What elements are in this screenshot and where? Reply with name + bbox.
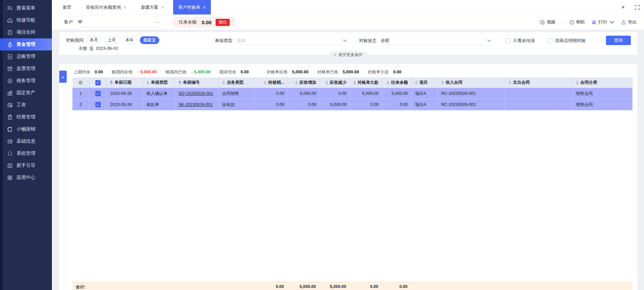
export-button[interactable]: 导出 — [621, 19, 637, 25]
sidebar-item-tax-management[interactable]: 税务管理 — [0, 75, 52, 87]
doc-no-link[interactable]: SK-20230526-001 — [179, 102, 213, 107]
query-button[interactable]: 查询 — [606, 36, 631, 45]
status-select[interactable]: 全部 — [381, 36, 492, 45]
period-chip-this-month[interactable]: 本月 — [86, 36, 101, 44]
header-pending-writeoff[interactable]: 待核销... — [264, 80, 284, 85]
sidebar-item-fixed-assets[interactable]: 固定资产 — [0, 87, 52, 99]
header-ar-decrease[interactable]: 应收减少 — [325, 80, 347, 85]
column-settings-gear-icon[interactable]: ⚙ — [78, 80, 83, 86]
sidebar-item-label: 税务管理 — [17, 78, 35, 84]
tab-close-icon[interactable]: × — [161, 5, 164, 10]
tab-new-scheme[interactable]: 新建方案 × — [136, 0, 169, 14]
header-expense-contract[interactable]: 支出合同 — [509, 80, 530, 85]
sidebar-item-business-management[interactable]: 经营管理 — [0, 111, 52, 123]
header-doc-date[interactable]: 单据日期 — [110, 80, 131, 85]
cell-project: 项目A — [412, 88, 438, 99]
contract-icon — [7, 30, 13, 35]
header-doc-no[interactable]: 单据编号 — [179, 80, 200, 85]
header-contract-category[interactable]: 合同分类 — [576, 80, 597, 85]
sidebar-item-search-menu[interactable]: 搜索菜单 — [0, 2, 52, 14]
checkbox-icon[interactable] — [506, 38, 511, 43]
sidebar-item-general-ledger[interactable]: ¥ 总账管理 — [0, 50, 52, 63]
table-header-row: ⚙ 单据日期 单据类型 单据编号 业务类型 待核销... 应收增加 应收减少 对… — [72, 77, 633, 88]
by-item-detail-checkbox[interactable]: 按商品明细对账 — [548, 38, 586, 44]
period-chip-this-year[interactable]: 本年 — [122, 36, 137, 44]
expense-icon — [7, 126, 13, 132]
sidebar-item-label: 发票管理 — [17, 66, 35, 72]
checkbox-icon[interactable] — [548, 38, 553, 43]
tab-home[interactable]: 首页 — [58, 0, 76, 14]
sidebar-item-label: 应用中心 — [17, 175, 35, 181]
sidebar-item-beginner-guide[interactable]: 新 新手引导 — [0, 159, 52, 172]
sort-icon — [387, 81, 389, 85]
cell-stmt-owed: 0.00 — [350, 99, 382, 110]
tab-close-icon[interactable]: × — [203, 5, 205, 10]
chevron-down-icon — [343, 39, 347, 42]
header-ar-increase[interactable]: 应收增加 — [295, 80, 316, 85]
row-checkbox[interactable] — [95, 102, 101, 107]
help-button[interactable]: ? 帮助 — [569, 19, 585, 25]
period-chip-last-month[interactable]: 上月 — [104, 36, 119, 44]
customer-value: 甲 — [78, 19, 153, 25]
header-income-contract[interactable]: 收入合同 — [441, 80, 462, 85]
sidebar-item-invoice-management[interactable]: 发票管理 — [0, 63, 52, 75]
header-balance[interactable]: 往来余额 — [387, 80, 408, 85]
tab-close-icon[interactable]: × — [124, 5, 126, 10]
fullscreen-icon[interactable] — [633, 3, 642, 12]
export-icon — [621, 20, 626, 25]
header-project[interactable]: 项目 — [415, 80, 428, 85]
customer-more-button[interactable]: ··· — [153, 20, 162, 25]
header-doc-type[interactable]: 单据类型 — [147, 80, 168, 85]
expand-scheme-panel-button[interactable]: » — [59, 71, 67, 83]
tab-ar-ap-balance-query[interactable]: 应收应付余额查询 × — [81, 0, 131, 14]
only-unsettled-checkbox[interactable]: 只看未结清 — [506, 38, 535, 44]
chevron-down-icon — [609, 20, 614, 25]
sidebar-item-label: 项目合同 — [17, 29, 35, 35]
sidebar-item-quick-nav[interactable]: 快捷导航 — [0, 14, 52, 26]
row-checkbox[interactable] — [95, 91, 101, 96]
sort-icon — [509, 81, 511, 85]
sidebar-item-funds-management[interactable]: ¥ 资金管理 — [0, 38, 52, 50]
header-biz-type[interactable]: 业务类型 — [222, 80, 244, 85]
sidebar-item-base-info[interactable]: 基础信息 — [0, 135, 52, 147]
sidebar-item-system-management[interactable]: 系统管理 — [0, 147, 52, 159]
cell-ar-increase: 0.00 — [288, 99, 320, 110]
summary-stmt-received: 对账单已收 5,000.00 — [317, 69, 359, 75]
by-item-detail-label: 按商品明细对账 — [555, 38, 586, 44]
period-chip-custom[interactable]: 自定义 — [140, 36, 159, 44]
expand-more-button[interactable]: » 展开更多条件 — [329, 51, 367, 59]
search-icon — [7, 5, 13, 11]
sidebar-item-xiaochang-expense[interactable]: 小畅报销 — [0, 123, 52, 135]
cell-ar-decrease: 0.00 — [320, 88, 350, 99]
customer-label: 客户 — [64, 19, 73, 25]
video-button[interactable]: 视频 — [540, 19, 555, 25]
close-icon[interactable]: × — [618, 3, 628, 12]
guide-icon: 新 — [7, 163, 13, 169]
cell-doc-type: 收款单 — [143, 99, 175, 110]
sidebar-item-project-contract[interactable]: 项目合同 — [0, 26, 52, 38]
period-filter-group: 对账期间 本月 上月 本年 自定义 — [66, 36, 159, 44]
printer-icon — [591, 20, 597, 25]
header-stmt-owed[interactable]: 对账单欠款 — [353, 80, 379, 85]
range-start-date[interactable]: 不限 — [78, 46, 87, 52]
range-end-date[interactable]: 2023-06-02 — [96, 46, 118, 52]
print-button[interactable]: 打印 — [591, 19, 614, 25]
select-all-checkbox[interactable] — [95, 80, 101, 85]
table-row[interactable]: 2 2023-05-26 收款单 SK-20230526-001 应收款 0.0… — [72, 99, 633, 110]
sidebar-item-salary[interactable]: 工资 — [0, 99, 52, 111]
sidebar-item-label: 经营管理 — [17, 114, 35, 120]
doc-no-link[interactable]: SQ-20230526-001 — [179, 91, 213, 96]
sidebar-item-label: 快捷导航 — [17, 17, 35, 23]
customer-field[interactable]: 甲 ··· — [78, 17, 162, 27]
summary-prev-balance: 上期结余 0.00 — [73, 69, 103, 75]
doc-type-select[interactable]: 选择... — [236, 36, 348, 45]
cell-ar-increase: 5,000.00 — [288, 88, 320, 99]
doc-type-label: 单据类型 — [215, 38, 232, 44]
sort-icon — [441, 81, 444, 85]
table-row[interactable]: 1 2023-05-26 收入确认单 SQ-20230526-001 合同销售 … — [72, 88, 633, 99]
tab-customer-statement[interactable]: 客户对账单 × — [173, 0, 211, 14]
sidebar-item-label: 基础信息 — [17, 138, 35, 144]
total-stmt-owed: 0.00 — [350, 282, 382, 290]
double-chevron-down-icon: » — [333, 54, 337, 56]
sidebar-item-app-center[interactable]: 应用中心 — [0, 172, 52, 184]
